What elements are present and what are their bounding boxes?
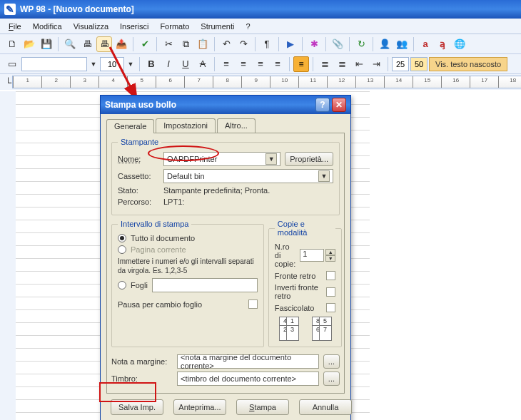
- font-family-input[interactable]: [21, 57, 87, 71]
- ruler[interactable]: 12 34 56 78 910 1112 1314 1516 1718: [12, 76, 521, 88]
- align-center-icon[interactable]: ≡: [236, 56, 251, 72]
- vis-testo-button[interactable]: Vis. testo nascosto: [429, 57, 507, 71]
- check-inverti[interactable]: [326, 287, 335, 297]
- menu-file[interactable]: FFileile: [3, 21, 27, 32]
- menu-modifica[interactable]: Modifica: [27, 21, 68, 32]
- globe-icon[interactable]: 🌐: [452, 36, 467, 52]
- italic-icon[interactable]: I: [161, 56, 176, 72]
- list-bullet-icon[interactable]: ≣: [317, 56, 333, 72]
- new-doc-icon[interactable]: 🗋: [4, 36, 20, 52]
- char-a-icon[interactable]: a: [418, 36, 433, 52]
- label-pausa: Pausa per cambio foglio: [118, 300, 244, 309]
- menubar: FFileile Modifica Visualizza Inserisci F…: [0, 19, 521, 34]
- label-stato: Stato:: [118, 186, 159, 195]
- check-fascicolato[interactable]: [326, 303, 335, 312]
- paragraph-icon[interactable]: ¶: [259, 36, 275, 52]
- menu-inserisci[interactable]: Inserisci: [114, 21, 154, 32]
- anteprima-button[interactable]: Anteprima...: [173, 399, 226, 415]
- ruler-toggle-icon[interactable]: └: [4, 74, 12, 90]
- spin-nro-copie[interactable]: 1 ▲▼: [300, 249, 335, 262]
- undo-icon[interactable]: ↶: [218, 36, 234, 52]
- tab-altro[interactable]: Altro...: [217, 118, 256, 133]
- spin-down-icon[interactable]: ▼: [325, 255, 335, 262]
- proprieta-button[interactable]: Proprietà...: [285, 152, 333, 166]
- copy-icon[interactable]: ⧉: [178, 36, 193, 52]
- user-icon[interactable]: 👤: [377, 36, 393, 52]
- align-justify-icon[interactable]: ≡: [270, 56, 285, 72]
- group-intervallo: Intervallo di stampa Tutto il documento …: [111, 220, 264, 347]
- print-preview-icon[interactable]: 🔍: [62, 36, 78, 52]
- highlight-btn[interactable]: ≡: [293, 56, 309, 72]
- combo-nome[interactable]: OAPDFPrinter ▼: [163, 152, 280, 166]
- paste-icon[interactable]: 📋: [195, 36, 211, 52]
- align-right-icon[interactable]: ≡: [253, 56, 268, 72]
- chevron-down-icon[interactable]: ▼: [265, 153, 277, 165]
- cut-icon[interactable]: ✂: [161, 36, 176, 52]
- spellcheck-icon[interactable]: ✔: [137, 36, 153, 52]
- save-icon[interactable]: 💾: [39, 36, 54, 52]
- dialog-titlebar[interactable]: Stampa uso bollo ? ✕: [101, 96, 350, 114]
- font-size-dd-icon[interactable]: ▼: [126, 56, 136, 72]
- print-setup-icon[interactable]: 🖶: [96, 36, 112, 52]
- label-fascicolato: Fascicolato: [275, 304, 322, 312]
- bold-icon[interactable]: B: [143, 56, 159, 72]
- legend-stampante: Stampante: [118, 138, 161, 146]
- stampa-button[interactable]: SStampatampa: [236, 399, 289, 415]
- menu-formato[interactable]: Formato: [154, 21, 195, 32]
- combo-nome-value: OAPDFPrinter: [167, 155, 217, 163]
- num-box-2[interactable]: [410, 57, 428, 71]
- app-titlebar: ✎ WP 98 - [Nuovo documento]: [0, 0, 521, 19]
- label-nro-copie: N.ro di copie:: [275, 242, 295, 268]
- input-fogli[interactable]: [152, 278, 258, 292]
- legend-copie: Copie e modalità: [275, 220, 335, 237]
- dialog-help-button[interactable]: ?: [315, 98, 330, 112]
- combo-cassetto[interactable]: Default bin ▼: [163, 169, 333, 183]
- print-dialog: Stampa uso bollo ? ✕ Generale Impostazio…: [100, 95, 351, 420]
- timbro-more-button[interactable]: ...: [323, 372, 340, 386]
- ruler-row: └ 12 34 56 78 910 1112 1314 1516 1718: [0, 74, 521, 90]
- export-icon[interactable]: 📤: [113, 36, 129, 52]
- tab-generale[interactable]: Generale: [106, 119, 154, 133]
- attach-icon[interactable]: 📎: [330, 36, 345, 52]
- radio-tutto[interactable]: [118, 234, 126, 242]
- menu-help[interactable]: ?: [240, 21, 256, 32]
- menu-strumenti[interactable]: Strumenti: [195, 21, 240, 32]
- label-tutto: Tutto il documento: [131, 234, 195, 242]
- underline-icon[interactable]: U: [178, 56, 193, 72]
- tab-impostazioni[interactable]: Impostazioni: [156, 118, 216, 133]
- font-family-dd-icon[interactable]: ▼: [88, 56, 98, 72]
- users-icon[interactable]: 👥: [394, 36, 410, 52]
- print-icon[interactable]: 🖶: [79, 36, 95, 52]
- value-nro-copie: 1: [300, 249, 324, 262]
- asterisk-icon[interactable]: ✱: [306, 36, 322, 52]
- frame-icon[interactable]: ▭: [4, 56, 20, 72]
- nota-more-button[interactable]: ...: [323, 354, 340, 369]
- chevron-down-icon[interactable]: ▼: [318, 170, 330, 182]
- annulla-button[interactable]: Annulla: [299, 399, 352, 415]
- redo-icon[interactable]: ↷: [236, 36, 251, 52]
- label-nome: Nome:: [118, 155, 159, 163]
- group-copie: Copie e modalità N.ro di copie: 1 ▲▼ Fro…: [268, 220, 342, 347]
- spin-up-icon[interactable]: ▲: [325, 249, 335, 255]
- check-pausa[interactable]: [248, 299, 258, 309]
- list-num-icon[interactable]: ≣: [334, 56, 350, 72]
- refresh-icon[interactable]: ↻: [353, 36, 369, 52]
- align-left-icon[interactable]: ≡: [218, 56, 234, 72]
- indent-icon[interactable]: ⇥: [368, 56, 384, 72]
- play-icon[interactable]: ▶: [283, 36, 298, 52]
- radio-fogli[interactable]: [118, 281, 126, 290]
- strike-icon[interactable]: A: [195, 56, 211, 72]
- check-fronte-retro[interactable]: [326, 271, 335, 280]
- combo-nota[interactable]: <nota a margine del documento corrente>: [177, 354, 319, 369]
- outdent-icon[interactable]: ⇤: [351, 56, 367, 72]
- open-icon[interactable]: 📂: [21, 36, 37, 52]
- combo-timbro[interactable]: <timbro del documento corrente>: [177, 372, 319, 386]
- font-size-input[interactable]: [100, 57, 124, 71]
- num-box-1[interactable]: [392, 57, 409, 71]
- dialog-close-button[interactable]: ✕: [332, 98, 346, 112]
- char-a2-icon[interactable]: a̧: [435, 36, 450, 52]
- menu-visualizza[interactable]: Visualizza: [68, 21, 114, 32]
- hint-intervallo: Immettere i numeri e/o gli intervalli se…: [118, 257, 258, 275]
- salva-imp-button[interactable]: Salva Imp.: [111, 399, 163, 415]
- group-stampante: Stampante Nome: OAPDFPrinter ▼ Proprietà…: [111, 138, 340, 215]
